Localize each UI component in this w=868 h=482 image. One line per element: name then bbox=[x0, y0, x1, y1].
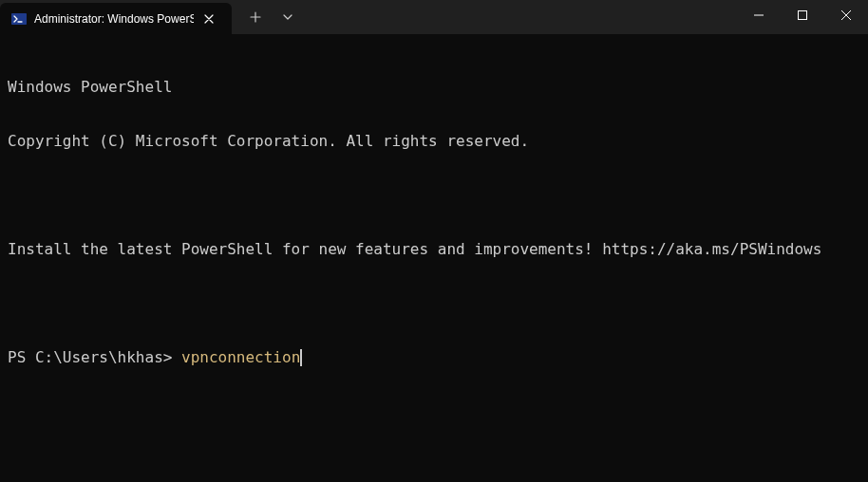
terminal-cursor bbox=[300, 349, 302, 366]
close-window-button[interactable] bbox=[824, 0, 868, 30]
terminal-area[interactable]: Windows PowerShell Copyright (C) Microso… bbox=[0, 34, 868, 392]
new-tab-button[interactable] bbox=[239, 0, 272, 34]
terminal-output-line: Install the latest PowerShell for new fe… bbox=[8, 240, 860, 258]
tab-powershell[interactable]: Administrator: Windows PowerS bbox=[0, 3, 232, 34]
tab-dropdown-button[interactable] bbox=[272, 0, 304, 34]
svg-rect-4 bbox=[799, 11, 807, 20]
terminal-output-line: Copyright (C) Microsoft Corporation. All… bbox=[8, 132, 860, 150]
terminal-blank-line bbox=[8, 294, 860, 312]
tab-actions bbox=[232, 0, 304, 34]
tab-title: Administrator: Windows PowerS bbox=[34, 12, 194, 26]
titlebar-left: Administrator: Windows PowerS bbox=[0, 0, 304, 34]
svg-rect-1 bbox=[11, 13, 27, 25]
terminal-output-line: Windows PowerShell bbox=[8, 78, 860, 96]
terminal-blank-line bbox=[8, 186, 860, 204]
window-controls bbox=[737, 0, 868, 34]
close-tab-button[interactable] bbox=[201, 11, 217, 27]
terminal-prompt: PS C:\Users\hkhas> bbox=[8, 348, 181, 366]
powershell-icon bbox=[11, 11, 27, 27]
terminal-prompt-line: PS C:\Users\hkhas> vpnconnection bbox=[8, 348, 860, 366]
maximize-button[interactable] bbox=[781, 0, 824, 30]
titlebar: Administrator: Windows PowerS bbox=[0, 0, 868, 34]
terminal-command: vpnconnection bbox=[181, 348, 300, 366]
minimize-button[interactable] bbox=[737, 0, 781, 30]
